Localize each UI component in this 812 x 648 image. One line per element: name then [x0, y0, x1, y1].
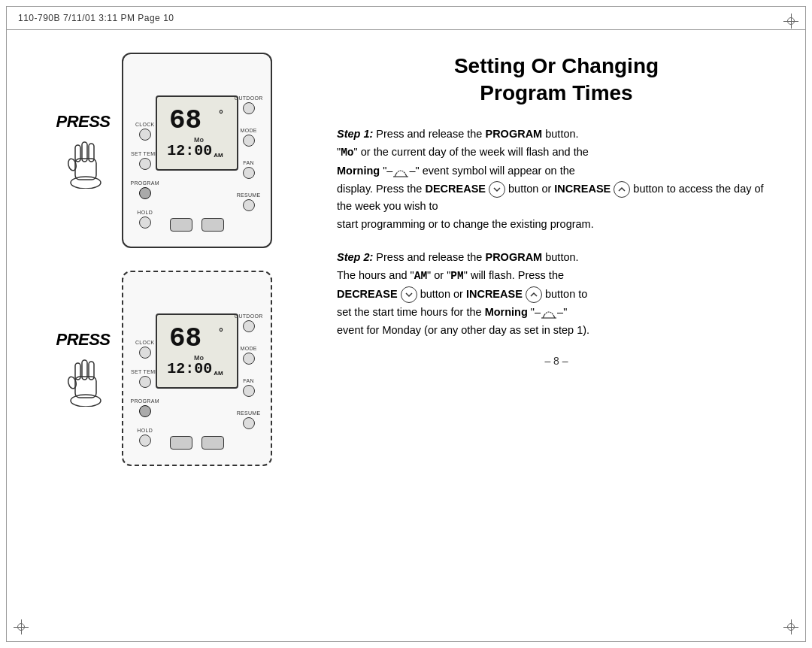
press-label-1: PRESS: [56, 112, 110, 132]
step2-text: Step 2: Press and release the PROGRAM bu…: [337, 249, 776, 340]
step2-t4: " will flash. Press the: [464, 269, 564, 281]
program-btn-1: PROGRAM: [131, 180, 159, 199]
thermostat-container-1: PRESS CLOCK: [56, 53, 271, 248]
thermo-right-buttons-1: OUTDOOR MODE FAN RESUME: [235, 95, 263, 211]
svg-line-12: [395, 174, 396, 177]
morning-sun-icon-2: [541, 305, 557, 321]
resume-btn-2: RESUME: [235, 410, 263, 429]
thermo-right-buttons-2: OUTDOOR MODE FAN RESUME: [235, 313, 263, 429]
svg-line-16: [553, 315, 555, 318]
clock-label-2: CLOCK: [135, 340, 155, 345]
step1-bold1: PROGRAM: [485, 128, 542, 140]
bottom-btn-left-2: [170, 436, 192, 450]
thermostat-container-2: PRESS CLOCK: [56, 271, 271, 466]
hold-btn-1: HOLD: [131, 210, 159, 229]
program-circle-2: [139, 405, 151, 417]
thermo-screen-2: 68 ° Mo 12:00 AM: [156, 313, 238, 389]
fan-btn-2: FAN: [235, 378, 263, 397]
outdoor-btn-2: OUTDOOR: [235, 313, 263, 332]
chevron-down-svg-1: [492, 184, 502, 195]
thermo-screen-1: 68 ° Mo 12:00 AM: [156, 95, 238, 171]
thermo-bottom-1: [170, 218, 224, 232]
program-circle-1: [139, 187, 151, 199]
clock-circle-1: [139, 129, 151, 141]
step2-am: AM: [414, 270, 427, 282]
am-display-2: AM: [214, 370, 223, 377]
clock-circle-2: [139, 347, 151, 359]
outdoor-circle-2: [243, 320, 255, 332]
step1-t4: "–: [380, 165, 392, 177]
svg-point-6: [71, 395, 101, 407]
step1-text: Step 1: Press and release the PROGRAM bu…: [337, 126, 776, 235]
hold-label-1: HOLD: [137, 210, 153, 215]
svg-line-15: [543, 315, 544, 318]
increase-icon-2: [526, 286, 542, 303]
chevron-up-svg-2: [529, 289, 539, 300]
bottom-btn-left-1: [170, 218, 192, 232]
temp-display-1: 68 °: [169, 107, 224, 135]
outdoor-btn-1: OUTDOOR: [235, 95, 263, 114]
fan-circle-1: [243, 167, 255, 179]
outdoor-label-2: OUTDOOR: [235, 313, 263, 319]
thermostat-device-1: CLOCK SET TEMP PROGRAM HOLD: [122, 53, 272, 248]
step2-t3: " or ": [427, 269, 450, 281]
step2-bold1: PROGRAM: [485, 251, 542, 263]
header-bar: 110-790B 7/11/01 3:11 PM Page 10: [6, 6, 806, 30]
thermo-bottom-2: [170, 436, 224, 450]
step2-morning: Morning: [485, 306, 528, 318]
step1-morning: Morning: [337, 165, 380, 177]
step2-label: Step 2:: [337, 251, 373, 263]
press-label-2: PRESS: [56, 330, 110, 350]
fan-label-1: FAN: [243, 160, 254, 165]
fan-label-2: FAN: [243, 378, 254, 383]
settemp-circle-1: [139, 158, 151, 170]
mode-btn-2: MODE: [235, 346, 263, 365]
step2-decrease: DECREASE: [337, 288, 398, 300]
step1-label: Step 1:: [337, 128, 373, 140]
morning-symbol-2: [541, 307, 557, 319]
program-label-2: PROGRAM: [131, 398, 159, 404]
step2-t5: button or: [420, 288, 466, 300]
hand-icon-1: [62, 136, 111, 189]
resume-circle-2: [243, 417, 255, 429]
page-number: – 8 –: [337, 355, 776, 367]
hold-btn-2: HOLD: [131, 428, 159, 447]
temp-display-2: 68 °: [169, 326, 224, 353]
mode-label-2: MODE: [241, 346, 257, 351]
clock-label-1: CLOCK: [135, 122, 155, 127]
chevron-down-svg-2: [404, 289, 414, 300]
program-btn-2: PROGRAM: [131, 398, 159, 417]
resume-btn-1: RESUME: [235, 192, 263, 211]
step1-mono1: Mo: [341, 147, 353, 159]
step2-t1: Press and release the: [373, 251, 485, 263]
time-display-1: 12:00: [167, 144, 212, 159]
bottom-btn-right-2: [201, 436, 224, 450]
step2-increase: INCREASE: [466, 288, 523, 300]
increase-icon-1: [614, 181, 630, 198]
mode-circle-2: [243, 353, 255, 365]
step2-pm: PM: [450, 270, 463, 282]
step1-t3: " or the current day of the week will fl…: [354, 146, 589, 158]
outdoor-label-1: OUTDOOR: [235, 95, 263, 101]
resume-label-1: RESUME: [237, 192, 261, 198]
am-display-1: AM: [214, 152, 223, 159]
time-row-2: 12:00 AM: [167, 362, 226, 377]
decrease-icon-2: [401, 286, 417, 303]
chevron-up-svg-1: [617, 184, 627, 195]
hold-circle-1: [139, 217, 151, 229]
morning-symbol-1: [392, 166, 409, 178]
hold-label-2: HOLD: [137, 428, 153, 433]
mode-circle-1: [243, 135, 255, 147]
resume-circle-1: [243, 199, 255, 211]
mode-label-1: MODE: [241, 128, 257, 133]
step1-increase: INCREASE: [554, 183, 611, 195]
step1-decrease: DECREASE: [425, 183, 486, 195]
fan-btn-1: FAN: [235, 160, 263, 179]
right-panel: Setting Or Changing Program Times Step 1…: [322, 30, 806, 642]
hand-icon-2: [62, 354, 111, 407]
time-row-1: 12:00 AM: [167, 144, 226, 159]
page-title: Setting Or Changing Program Times: [337, 53, 776, 107]
main-content: PRESS CLOCK: [6, 30, 806, 642]
svg-point-0: [71, 177, 101, 189]
left-panel: PRESS CLOCK: [6, 30, 322, 642]
